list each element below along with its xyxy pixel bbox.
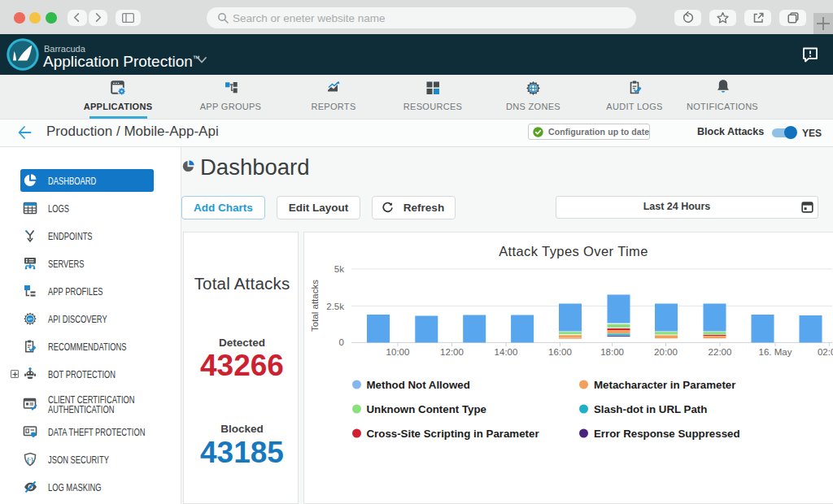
svg-text:2.5k: 2.5k (326, 302, 344, 311)
svg-text:16. May: 16. May (759, 347, 792, 357)
svg-text:Unknown Content Type: Unknown Content Type (367, 403, 487, 415)
svg-text:{·}: {·} (27, 457, 33, 463)
svg-text:20:00: 20:00 (654, 347, 678, 357)
svg-text:Attack Types Over Time: Attack Types Over Time (499, 244, 648, 259)
svg-text:14:00: 14:00 (495, 347, 518, 357)
svg-text:16:00: 16:00 (548, 347, 572, 357)
svg-text:API: API (28, 318, 33, 321)
svg-text:12:00: 12:00 (440, 347, 464, 357)
svg-text:5k: 5k (334, 264, 344, 274)
svg-text:0: 0 (339, 337, 344, 347)
svg-text:18:00: 18:00 (600, 347, 624, 357)
svg-text:Metacharacter in Parameter: Metacharacter in Parameter (594, 379, 735, 391)
svg-text:10:00: 10:00 (386, 347, 410, 357)
svg-text:Method Not Allowed: Method Not Allowed (367, 379, 470, 391)
svg-text:22:00: 22:00 (709, 347, 732, 357)
svg-text:Cross-Site Scripting in Parame: Cross-Site Scripting in Parameter (367, 428, 539, 440)
svg-text:Error Response Suppressed: Error Response Suppressed (594, 428, 740, 440)
svg-text:02:00: 02:00 (818, 347, 833, 357)
svg-text:Slash-dot in URL Path: Slash-dot in URL Path (594, 403, 707, 415)
svg-text:Total attacks: Total attacks (310, 280, 320, 332)
